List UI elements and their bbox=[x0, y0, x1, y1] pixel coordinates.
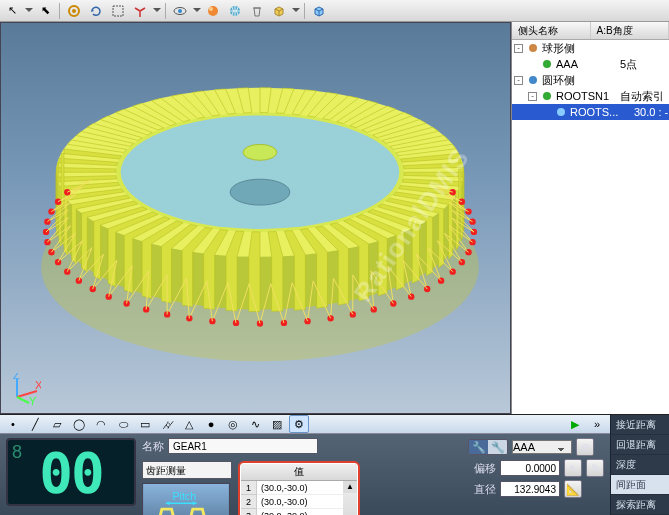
spin-icon[interactable] bbox=[86, 2, 106, 20]
param-tab[interactable]: 探索距离 bbox=[611, 495, 669, 515]
probe-add-btn[interactable]: ⊕ bbox=[576, 438, 594, 456]
b-ellipse-icon[interactable]: ⬭ bbox=[113, 415, 133, 433]
svg-line-56 bbox=[17, 397, 29, 403]
sphere-icon bbox=[526, 41, 540, 55]
counter-display: 8 00 bbox=[6, 438, 136, 506]
cursor2-tool-icon[interactable]: ⬉ bbox=[35, 2, 55, 20]
tree-row[interactable]: AAA5点 bbox=[512, 56, 669, 72]
b-chevron-icon[interactable]: » bbox=[587, 415, 607, 433]
svg-point-12 bbox=[121, 116, 400, 229]
b-circle-icon[interactable]: ◯ bbox=[69, 415, 89, 433]
svg-point-62 bbox=[557, 108, 565, 116]
svg-point-4 bbox=[178, 9, 182, 13]
svg-text:X: X bbox=[35, 379, 41, 391]
svg-point-59 bbox=[543, 60, 551, 68]
svg-point-40 bbox=[55, 259, 61, 265]
b-cyl-icon[interactable]: ⌭ bbox=[157, 415, 177, 433]
param-tab[interactable]: 间距面 bbox=[611, 475, 669, 495]
svg-point-13 bbox=[230, 179, 290, 205]
side-col2-header[interactable]: A:B角度 bbox=[591, 22, 670, 39]
b-torus-icon[interactable]: ◎ bbox=[223, 415, 243, 433]
b-plane-icon[interactable]: ▱ bbox=[47, 415, 67, 433]
offset-input[interactable] bbox=[500, 460, 560, 476]
pitch-thumbnail: Pitch Offset bbox=[142, 483, 230, 515]
name-label: 名称 bbox=[142, 439, 164, 454]
svg-point-1 bbox=[72, 9, 76, 13]
tree-row[interactable]: -ROOTSN1自动索引 bbox=[512, 88, 669, 104]
svg-text:Y: Y bbox=[29, 395, 37, 405]
b-cone-icon[interactable]: △ bbox=[179, 415, 199, 433]
value-cell[interactable]: (30.0,-30.0) bbox=[257, 495, 343, 509]
b-slot-icon[interactable]: ▭ bbox=[135, 415, 155, 433]
b-sphere-icon[interactable]: ● bbox=[201, 415, 221, 433]
diam-label: 直径 bbox=[468, 482, 496, 497]
svg-point-58 bbox=[529, 44, 537, 52]
disk-icon bbox=[526, 73, 540, 87]
mode-select[interactable]: 齿距测量 bbox=[142, 461, 232, 479]
trash-icon[interactable] bbox=[247, 2, 267, 20]
offset-pick-icon[interactable]: ↖ bbox=[564, 459, 582, 477]
offset-label: 偏移 bbox=[468, 461, 496, 476]
svg-rect-2 bbox=[113, 6, 123, 16]
tree-row[interactable]: -球形侧 bbox=[512, 40, 669, 56]
side-panel: 侧头名称 A:B角度 -球形侧AAA5点-圆环侧-ROOTSN1自动索引ROOT… bbox=[511, 22, 669, 414]
svg-text:Z: Z bbox=[13, 373, 20, 381]
values-table: 值 12345 (30.0,-30.0)(30.0,-30.0)(30.0,-3… bbox=[238, 461, 360, 515]
svg-text:Pitch: Pitch bbox=[173, 490, 197, 502]
side-col1-header[interactable]: 侧头名称 bbox=[512, 22, 591, 39]
material-icon[interactable] bbox=[203, 2, 223, 20]
b-curve-icon[interactable]: ∿ bbox=[245, 415, 265, 433]
b-point-icon[interactable]: • bbox=[3, 415, 23, 433]
diam-input[interactable] bbox=[500, 481, 560, 497]
param-tab[interactable]: 回退距离 bbox=[611, 435, 669, 455]
b-run-icon[interactable]: ▶ bbox=[565, 415, 585, 433]
b-arc-icon[interactable]: ◠ bbox=[91, 415, 111, 433]
prism-icon[interactable] bbox=[309, 2, 329, 20]
eye-icon[interactable] bbox=[170, 2, 190, 20]
probe-select[interactable]: AAA bbox=[512, 440, 572, 454]
values-scrollbar[interactable]: ▲▼ bbox=[343, 481, 357, 515]
value-cell[interactable]: (30.0,-30.0) bbox=[257, 481, 343, 495]
svg-point-47 bbox=[64, 189, 70, 195]
svg-point-6 bbox=[209, 7, 213, 11]
tree-row[interactable]: ROOTS...30.0 : -180... bbox=[512, 104, 669, 120]
param-tab[interactable]: 深度 bbox=[611, 455, 669, 475]
gear-icon[interactable] bbox=[64, 2, 84, 20]
probe-toggle[interactable]: 🔧🔧 bbox=[468, 439, 508, 455]
b-line-icon[interactable]: ╱ bbox=[25, 415, 45, 433]
value-cell[interactable]: (30.0,-30.0) bbox=[257, 509, 343, 515]
3d-viewport[interactable]: RationalDMIS Z X Y bbox=[0, 22, 511, 414]
svg-point-14 bbox=[243, 144, 277, 160]
box-icon[interactable] bbox=[269, 2, 289, 20]
svg-point-61 bbox=[543, 92, 551, 100]
tree-row[interactable]: -圆环侧 bbox=[512, 72, 669, 88]
axis-gizmo-icon: Z X Y bbox=[9, 373, 41, 405]
cursor-tool-icon[interactable]: ↖ bbox=[2, 2, 22, 20]
main-toolbar: ↖ ⬉ bbox=[0, 0, 669, 22]
probe-tree[interactable]: -球形侧AAA5点-圆环侧-ROOTSN1自动索引ROOTS...30.0 : … bbox=[512, 40, 669, 414]
svg-point-39 bbox=[64, 268, 70, 274]
offset-edit-icon[interactable]: ✎ bbox=[586, 459, 604, 477]
axes-icon[interactable] bbox=[130, 2, 150, 20]
leaf-icon bbox=[540, 89, 554, 103]
diam-calc-icon[interactable]: 📐 bbox=[564, 480, 582, 498]
globe-icon[interactable] bbox=[225, 2, 245, 20]
right-param-strip: 接近距离回退距离深度间距面探索距离 bbox=[610, 415, 669, 515]
svg-point-5 bbox=[208, 6, 218, 16]
b-gear-active-icon[interactable]: ⚙ bbox=[289, 415, 309, 433]
leaf-icon bbox=[540, 57, 554, 71]
values-header: 值 bbox=[241, 464, 357, 481]
svg-point-60 bbox=[529, 76, 537, 84]
bottom-toolbar: • ╱ ▱ ◯ ◠ ⬭ ▭ ⌭ △ ● ◎ ∿ ▨ ⚙ ▶ » bbox=[0, 415, 610, 434]
param-tab[interactable]: 接近距离 bbox=[611, 415, 669, 435]
leafsel-icon bbox=[554, 105, 568, 119]
b-surf-icon[interactable]: ▨ bbox=[267, 415, 287, 433]
name-input[interactable] bbox=[168, 438, 318, 454]
zoom-region-icon[interactable] bbox=[108, 2, 128, 20]
